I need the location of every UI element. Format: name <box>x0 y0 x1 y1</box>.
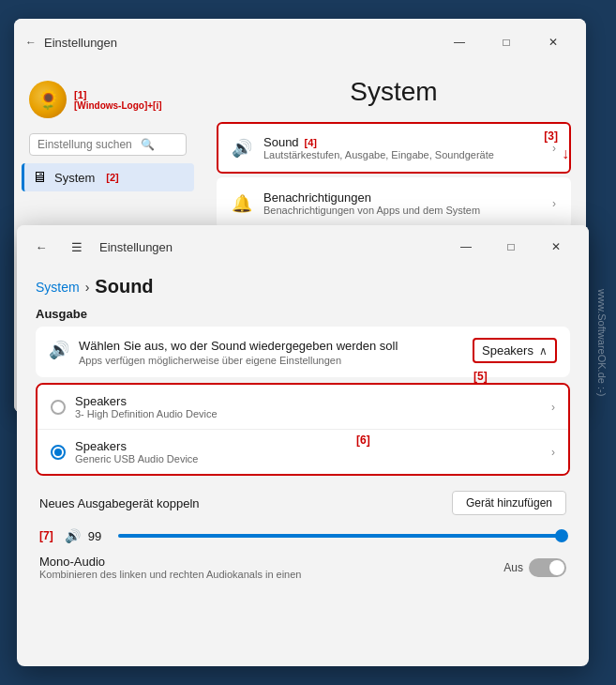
fg-titlebar: ← ☰ Einstellungen — □ ✕ <box>17 225 589 268</box>
speakers-list-box: Speakers 3- High Definition Audio Device… <box>36 383 570 476</box>
output-select-chevron-icon: ∧ <box>539 344 548 358</box>
notifications-item-text: Benachrichtigungen Benachrichtigungen vo… <box>263 190 552 216</box>
sound-item-subtitle: Lautstärkestufen, Ausgabe, Eingabe, Soun… <box>263 149 552 160</box>
notifications-item-title: Benachrichtigungen <box>263 190 552 205</box>
output-select-header: 🔊 Wählen Sie aus, wo der Sound wiedergeg… <box>49 338 557 366</box>
fg-menu-button[interactable]: ☰ <box>64 234 90 260</box>
output-text: Wählen Sie aus, wo der Sound wiedergegeb… <box>79 338 398 366</box>
annotation-7: [7] <box>39 529 53 542</box>
avatar-labels: [1] [Windows-Logo]+[i] <box>74 89 162 111</box>
bg-titlebar-controls: — □ ✕ <box>438 28 575 56</box>
sound-item-title: Sound <box>263 135 299 149</box>
speaker-device-2: Generic USB Audio Device <box>75 453 551 464</box>
volume-row: [7] 🔊 99 <box>36 523 570 549</box>
back-arrow-icon[interactable]: ← <box>25 36 37 49</box>
output-select-subtitle: Apps verfügen möglicherweise über eigene… <box>79 355 398 366</box>
search-box[interactable]: 🔍 <box>29 133 187 156</box>
settings-item-sound[interactable]: 🔊 Sound [4] Lautstärkestufen, Ausgabe, E… <box>217 122 571 174</box>
mono-row: Mono-Audio Kombinieren des linken und re… <box>36 549 570 586</box>
notifications-icon: 🔔 <box>232 193 252 214</box>
speaker-text-2: Speakers Generic USB Audio Device <box>75 439 551 464</box>
annotation-3: [3] <box>544 129 558 143</box>
sound-badge-4: [4] <box>305 137 317 148</box>
annotation-6-badge: [6] <box>356 434 370 447</box>
search-input[interactable] <box>38 138 141 151</box>
speaker-name-1: Speakers <box>75 394 551 408</box>
fg-window-title: Einstellungen <box>99 240 173 254</box>
sidebar-item-label: System <box>54 171 95 185</box>
annotation-arrow: ↓ <box>562 145 569 162</box>
speaker-chevron-2-icon: › <box>551 446 555 459</box>
watermark: www.SoftwareOK.de :-) <box>588 0 616 685</box>
add-device-button[interactable]: Gerät hinzufügen <box>452 491 566 515</box>
speaker-item-1[interactable]: Speakers 3- High Definition Audio Device… <box>38 385 568 430</box>
volume-number: 99 <box>88 529 111 543</box>
mono-toggle-thumb <box>549 560 564 575</box>
breadcrumb-system[interactable]: System <box>36 280 80 295</box>
breadcrumb: System › Sound <box>36 276 570 297</box>
fg-minimize-button[interactable]: — <box>444 233 488 261</box>
watermark-text: www.SoftwareOK.de :-) <box>596 289 608 396</box>
settings-item-notifications[interactable]: 🔔 Benachrichtigungen Benachrichtigungen … <box>217 177 571 229</box>
speaker-radio-inner-2 <box>54 449 62 456</box>
sound-item-text: Sound [4] Lautstärkestufen, Ausgabe, Ein… <box>263 135 552 160</box>
notifications-item-subtitle: Benachrichtigungen von Apps und dem Syst… <box>263 205 552 216</box>
volume-icon: 🔊 <box>65 528 81 543</box>
notifications-chevron-icon: › <box>552 197 556 210</box>
speaker-chevron-1-icon: › <box>551 401 555 414</box>
bg-titlebar: ← Einstellungen — □ ✕ <box>14 19 586 66</box>
output-select-left: 🔊 Wählen Sie aus, wo der Sound wiedergeg… <box>49 338 398 366</box>
minimize-button[interactable]: — <box>438 28 481 56</box>
speaker-text-1: Speakers 3- High Definition Audio Device <box>75 394 551 419</box>
maximize-button[interactable]: □ <box>485 28 528 56</box>
output-select-box: 🔊 Wählen Sie aus, wo der Sound wiedergeg… <box>36 327 570 377</box>
fg-back-button[interactable]: ← <box>28 234 54 260</box>
sound-icon: 🔊 <box>232 138 252 159</box>
foreground-sound-window: ← ☰ Einstellungen — □ ✕ System › Sound A… <box>17 225 589 666</box>
fg-titlebar-left: ← ☰ Einstellungen <box>28 234 173 260</box>
output-select-title: Wählen Sie aus, wo der Sound wiedergegeb… <box>79 338 398 355</box>
avatar-label-1: [1] <box>74 89 162 100</box>
bg-window-title: Einstellungen <box>44 36 117 50</box>
mono-text: Mono-Audio Kombinieren des linken und re… <box>39 555 503 580</box>
fg-maximize-button[interactable]: □ <box>489 233 533 261</box>
avatar-area: 🌻 [1] [Windows-Logo]+[i] <box>22 73 194 126</box>
mono-status-label: Aus <box>503 561 523 574</box>
add-device-label: Neues Ausgabegerät koppeln <box>39 496 200 510</box>
volume-slider-track[interactable] <box>118 534 566 538</box>
speaker-name-2: Speakers <box>75 439 551 453</box>
mono-toggle[interactable] <box>529 558 566 577</box>
output-speaker-icon: 🔊 <box>49 340 69 360</box>
bg-main-title: System <box>217 77 571 107</box>
bg-titlebar-left: ← Einstellungen <box>25 36 117 50</box>
fg-close-button[interactable]: ✕ <box>534 233 578 261</box>
fg-body: System › Sound Ausgabe 🔊 Wählen Sie aus,… <box>17 268 589 666</box>
speaker-radio-1[interactable] <box>51 400 66 415</box>
speaker-device-1: 3- High Definition Audio Device <box>75 408 551 419</box>
mono-title: Mono-Audio <box>39 555 503 569</box>
annotation-5-badge: [5] <box>473 370 488 383</box>
avatar-label-2: [Windows-Logo]+[i] <box>74 100 162 111</box>
speaker-item-2[interactable]: Speakers Generic USB Audio Device › <box>38 430 568 474</box>
output-select-label: Speakers <box>482 343 533 358</box>
avatar: 🌻 <box>29 81 67 118</box>
add-device-row: Neues Ausgabegerät koppeln Gerät hinzufü… <box>36 483 570 523</box>
fg-titlebar-controls: — □ ✕ <box>444 233 578 261</box>
mono-subtitle: Kombinieren des linken und rechten Audio… <box>39 569 503 580</box>
search-icon: 🔍 <box>141 138 155 151</box>
breadcrumb-current: Sound <box>95 276 153 297</box>
ausgabe-section-title: Ausgabe <box>36 307 570 321</box>
volume-slider-fill <box>118 534 563 538</box>
close-button[interactable]: ✕ <box>532 28 575 56</box>
sidebar-item-system[interactable]: 🖥 System [2] <box>22 163 194 191</box>
sidebar-badge-2: [2] <box>106 172 118 183</box>
system-icon: 🖥 <box>32 169 47 186</box>
speaker-radio-2[interactable] <box>51 445 66 460</box>
sound-chevron-icon: › <box>552 142 556 155</box>
breadcrumb-separator: › <box>85 280 90 295</box>
volume-slider-thumb <box>555 529 568 542</box>
output-select-dropdown[interactable]: Speakers ∧ <box>473 338 557 363</box>
